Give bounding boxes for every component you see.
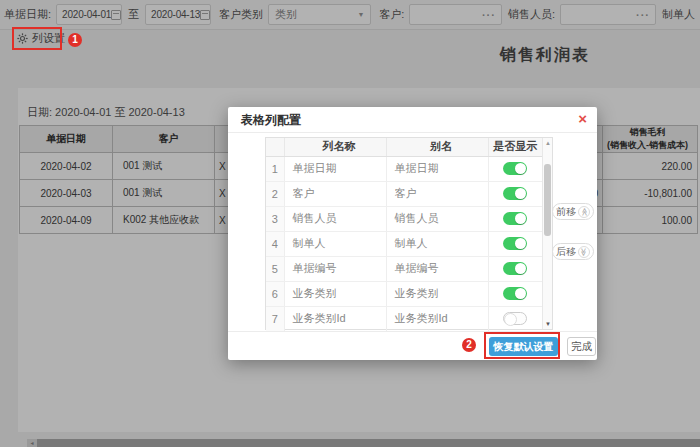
config-row-num: 6 xyxy=(266,281,284,306)
config-row-name: 客户 xyxy=(284,181,386,206)
column-config-modal: 表格列配置 × 列名称 别名 是否显示 1 单据日期 单据日期 2 xyxy=(228,107,597,360)
modal-title: 表格列配置 xyxy=(228,107,597,133)
config-header-index xyxy=(266,138,284,156)
restore-default-button[interactable]: 恢复默认设置 xyxy=(489,337,558,356)
config-row-alias: 单据编号 xyxy=(386,256,488,281)
visibility-toggle[interactable] xyxy=(503,162,527,175)
config-row[interactable]: 2 客户 客户 xyxy=(266,181,542,206)
config-row-alias: 制单人 xyxy=(386,231,488,256)
scroll-up-icon[interactable]: ▲ xyxy=(543,140,553,146)
modal-scrollbar-thumb[interactable] xyxy=(544,164,551,236)
config-row[interactable]: 7 业务类别Id 业务类别Id xyxy=(266,306,542,331)
config-header-row: 列名称 别名 是否显示 xyxy=(266,138,542,156)
config-row[interactable]: 5 单据编号 单据编号 xyxy=(266,256,542,281)
column-config-table: 列名称 别名 是否显示 1 单据日期 单据日期 2 客户 客户 3 xyxy=(266,138,542,332)
config-header-alias: 别名 xyxy=(386,138,488,156)
config-row[interactable]: 6 业务类别 业务类别 xyxy=(266,281,542,306)
config-row-name: 制单人 xyxy=(284,231,386,256)
config-row-num: 3 xyxy=(266,206,284,231)
config-row-num: 5 xyxy=(266,256,284,281)
move-up-button[interactable]: 前移 ≪ xyxy=(552,203,594,220)
modal-footer: 恢复默认设置 完成 xyxy=(228,331,597,360)
config-row-alias: 客户 xyxy=(386,181,488,206)
done-button[interactable]: 完成 xyxy=(567,337,596,356)
config-row[interactable]: 1 单据日期 单据日期 xyxy=(266,156,542,181)
config-row[interactable]: 3 销售人员 销售人员 xyxy=(266,206,542,231)
move-down-label: 后移 xyxy=(556,245,576,259)
step2-badge: 2 xyxy=(462,338,476,352)
config-row-num: 1 xyxy=(266,156,284,181)
config-row-num: 4 xyxy=(266,231,284,256)
config-row-alias: 业务类别 xyxy=(386,281,488,306)
visibility-toggle[interactable] xyxy=(503,187,527,200)
config-row-name: 单据日期 xyxy=(284,156,386,181)
config-row-alias: 销售人员 xyxy=(386,206,488,231)
modal-header: 表格列配置 × xyxy=(228,107,597,133)
move-down-button[interactable]: 后移 ≪ xyxy=(552,243,594,260)
app-screen: 单据日期: 2020-04-01 至 2020-04-13 客户类别 类别 ▼ … xyxy=(0,0,700,447)
double-chevron-down-icon: ≪ xyxy=(578,246,590,258)
config-row-name: 单据编号 xyxy=(284,256,386,281)
visibility-toggle[interactable] xyxy=(503,287,527,300)
config-row-alias: 业务类别Id xyxy=(386,306,488,331)
config-row-name: 销售人员 xyxy=(284,206,386,231)
double-chevron-up-icon: ≪ xyxy=(578,206,590,218)
visibility-toggle[interactable] xyxy=(503,237,527,250)
close-icon[interactable]: × xyxy=(578,111,587,127)
config-row-name: 业务类别Id xyxy=(284,306,386,331)
config-row-alias: 单据日期 xyxy=(386,156,488,181)
config-row-num: 7 xyxy=(266,306,284,331)
config-row-name: 业务类别 xyxy=(284,281,386,306)
step1-badge: 1 xyxy=(68,33,82,47)
config-row[interactable]: 4 制单人 制单人 xyxy=(266,231,542,256)
visibility-toggle[interactable] xyxy=(503,262,527,275)
visibility-toggle[interactable] xyxy=(503,212,527,225)
column-config-table-wrap: 列名称 别名 是否显示 1 单据日期 单据日期 2 客户 客户 3 xyxy=(265,137,553,330)
modal-vertical-scrollbar[interactable]: ▲ ▼ xyxy=(542,138,552,329)
config-row-num: 2 xyxy=(266,181,284,206)
config-header-name: 列名称 xyxy=(284,138,386,156)
config-header-show: 是否显示 xyxy=(488,138,542,156)
scroll-down-icon[interactable]: ▼ xyxy=(543,321,553,327)
visibility-toggle[interactable] xyxy=(503,312,527,325)
move-up-label: 前移 xyxy=(556,205,576,219)
